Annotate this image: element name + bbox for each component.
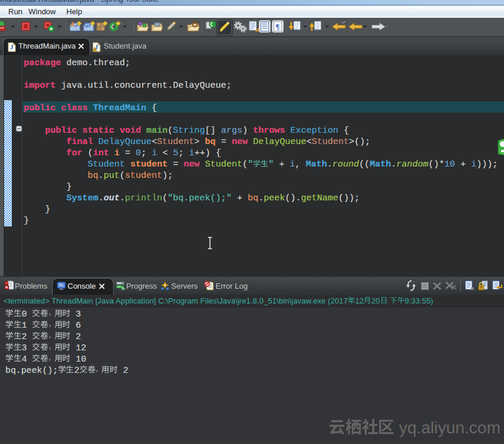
svg-text:¶: ¶ <box>275 22 280 31</box>
svg-text:J: J <box>75 21 78 28</box>
svg-text:J: J <box>10 43 14 50</box>
svg-text:Gr: Gr <box>84 22 91 28</box>
